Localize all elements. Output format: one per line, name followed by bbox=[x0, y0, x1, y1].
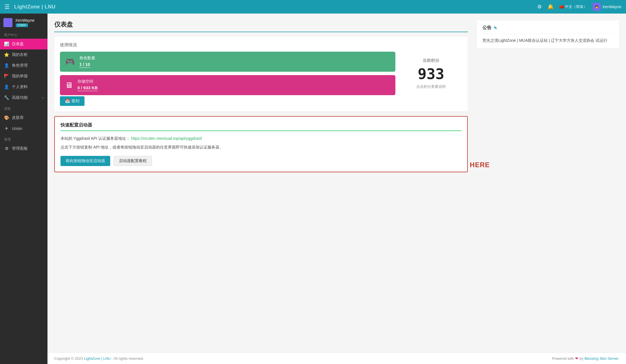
sidebar-item-skins[interactable]: 🎨 皮肤库 bbox=[0, 112, 47, 123]
footer-copyright: Copyright © 2023 bbox=[54, 356, 83, 361]
launcher-desc1: 本站的 Yggdrasil API 认证服务器地址： https://mcski… bbox=[60, 135, 462, 142]
footer-brand-link[interactable]: LightZone | LNU bbox=[84, 356, 111, 361]
skins-icon: 🎨 bbox=[4, 115, 9, 120]
lang-label: 中文（简体） bbox=[565, 4, 587, 9]
announcement-panel: 公告 ✎ 荒光之境LightZone | MUA联合认证站 | 辽宁大学方块人交… bbox=[477, 20, 619, 49]
character-card: 🎮 角色数量 1 / 10 bbox=[60, 52, 395, 72]
staff-badge: STAFF bbox=[16, 23, 28, 27]
sidebar-label-reports: 我的举报 bbox=[12, 74, 28, 79]
user-menu[interactable]: 🧑 XenWayne bbox=[593, 3, 621, 11]
union-icon: ✈ bbox=[4, 126, 9, 131]
checkin-button[interactable]: 📅 签到 bbox=[60, 96, 85, 106]
footer-left: Copyright © 2023 LightZone | LNU . All r… bbox=[54, 356, 144, 361]
admin-icon: ⚙ bbox=[4, 146, 9, 151]
topnav-username: XenWayne bbox=[602, 5, 621, 9]
right-panel: 公告 ✎ 荒光之境LightZone | MUA联合认证站 | 辽宁大学方块人交… bbox=[472, 20, 619, 346]
sidebar-label-roles: 角色管理 bbox=[12, 63, 28, 68]
section-admin-label: 管理 bbox=[0, 134, 47, 143]
lang-selector[interactable]: 🇨🇳 中文（简体） bbox=[559, 4, 587, 9]
footer-framework-link[interactable]: Blessing Skin Server. bbox=[584, 356, 619, 361]
sidebar-label-profile: 个人资料 bbox=[12, 84, 28, 90]
sidebar-label-skins: 皮肤库 bbox=[12, 115, 24, 120]
sidebar-item-dashboard[interactable]: 📊 仪表盘 bbox=[0, 39, 47, 49]
sidebar-username: XenWayne bbox=[15, 18, 34, 23]
checkin-label: 签到 bbox=[72, 99, 79, 104]
brand-logo: LightZone | LNU bbox=[14, 4, 56, 10]
sidebar-avatar bbox=[3, 18, 12, 27]
api-url[interactable]: https://mcskin.mevisual.top/api/yggdrasi… bbox=[131, 136, 202, 141]
notification-icon[interactable]: 🔔 bbox=[547, 4, 554, 10]
heart-icon: ❤ bbox=[575, 356, 578, 361]
sidebar-user: XenWayne STAFF bbox=[0, 14, 47, 29]
storage-label: 存储空间 bbox=[77, 79, 98, 84]
usage-left: 🎮 角色数量 1 / 10 🖥 存储空间 0 / 933 bbox=[60, 52, 395, 95]
launcher-title: 快速配置启动器 bbox=[60, 122, 462, 131]
launcher-section: 快速配置启动器 本站的 Yggdrasil API 认证服务器地址： https… bbox=[54, 116, 468, 172]
profile-icon: 👤 bbox=[4, 84, 9, 90]
page-title: 仪表盘 bbox=[54, 20, 468, 32]
footer-powered: Powered with bbox=[552, 356, 574, 361]
chevron-icon: ‹ bbox=[42, 96, 44, 100]
tutorial-button[interactable]: 启动器配置教程 bbox=[114, 156, 152, 166]
usage-label: 使用情况 bbox=[60, 42, 462, 48]
hamburger-icon[interactable]: ☰ bbox=[5, 3, 10, 10]
score-link[interactable]: 点击积分查看说明 bbox=[416, 84, 446, 89]
edit-icon[interactable]: ✎ bbox=[494, 26, 497, 30]
footer-by: by bbox=[579, 356, 583, 361]
section-browse-label: 浏览 bbox=[0, 103, 47, 112]
wardrobe-icon: ⭐ bbox=[4, 52, 9, 57]
announce-content: 荒光之境LightZone | MUA联合认证站 | 辽宁大学方块人交流协会 试… bbox=[482, 37, 614, 44]
reports-icon: 🚩 bbox=[4, 74, 9, 79]
usage-cards: 🎮 角色数量 1 / 10 🖥 存储空间 0 / 933 bbox=[60, 52, 462, 95]
character-label: 角色数量 bbox=[79, 56, 95, 61]
checkin-icon: 📅 bbox=[65, 99, 70, 103]
score-label: 当前积分 bbox=[423, 58, 439, 63]
usage-section: 使用情况 🎮 角色数量 1 / 10 🖥 bbox=[54, 37, 468, 112]
page-body: 仪表盘 使用情况 🎮 角色数量 1 / 10 bbox=[47, 14, 626, 364]
storage-value: 0 / 933 KB bbox=[77, 85, 98, 91]
storage-icon: 🖥 bbox=[65, 80, 73, 90]
score-panel: 当前积分 933 点击积分查看说明 bbox=[400, 52, 462, 95]
sidebar-item-reports[interactable]: 🚩 我的举报 bbox=[0, 71, 47, 82]
footer-rights: . All rights reserved. bbox=[112, 356, 144, 361]
main-column: 仪表盘 使用情况 🎮 角色数量 1 / 10 bbox=[54, 20, 468, 346]
announce-title: 公告 bbox=[482, 25, 491, 31]
sidebar-item-union[interactable]: ✈ Union bbox=[0, 123, 47, 134]
score-value: 933 bbox=[418, 66, 444, 82]
launcher-desc2: 点击下方按钮复制 API 地址，或者将按钮拖动至启动器的任意界面即可快速添加认证… bbox=[60, 144, 462, 151]
announce-header: 公告 ✎ bbox=[482, 25, 614, 34]
topnav: ☰ LightZone | LNU ⚙ 🔔 🇨🇳 中文（简体） 🧑 XenWay… bbox=[0, 0, 626, 14]
main-wrapper: XenWayne STAFF 用户中心 📊 仪表盘 ⭐ 我的衣柜 👤 角色管理 … bbox=[0, 14, 626, 364]
sidebar-label-dashboard: 仪表盘 bbox=[12, 42, 24, 47]
roles-icon: 👤 bbox=[4, 63, 9, 68]
sidebar-label-wardrobe: 我的衣柜 bbox=[12, 52, 28, 57]
sidebar: XenWayne STAFF 用户中心 📊 仪表盘 ⭐ 我的衣柜 👤 角色管理 … bbox=[0, 14, 47, 364]
sidebar-item-admin[interactable]: ⚙ 管理面板 bbox=[0, 143, 47, 154]
content-area: 仪表盘 使用情况 🎮 角色数量 1 / 10 bbox=[47, 14, 626, 353]
sidebar-item-roles[interactable]: 👤 角色管理 bbox=[0, 60, 47, 71]
sidebar-label-admin: 管理面板 bbox=[12, 146, 28, 151]
here-label: HERE bbox=[470, 161, 490, 169]
sidebar-item-wardrobe[interactable]: ⭐ 我的衣柜 bbox=[0, 49, 47, 60]
footer-right: Powered with ❤ by Blessing Skin Server. bbox=[552, 356, 619, 361]
drag-button[interactable]: 将此按钮拖动至启动器 bbox=[60, 156, 110, 166]
avatar: 🧑 bbox=[593, 3, 601, 11]
lang-flag: 🇨🇳 bbox=[559, 5, 564, 9]
advanced-icon: 🔧 bbox=[4, 95, 9, 100]
dashboard-icon: 📊 bbox=[4, 42, 9, 47]
footer: Copyright © 2023 LightZone | LNU . All r… bbox=[47, 353, 626, 364]
settings-icon[interactable]: ⚙ bbox=[537, 4, 542, 10]
launcher-actions: 将此按钮拖动至启动器 启动器配置教程 bbox=[60, 156, 462, 166]
gamepad-icon: 🎮 bbox=[65, 57, 75, 66]
section-user-label: 用户中心 bbox=[0, 29, 47, 39]
sidebar-item-profile[interactable]: 👤 个人资料 bbox=[0, 82, 47, 92]
sidebar-label-union: Union bbox=[12, 126, 22, 131]
sidebar-item-advanced[interactable]: 🔧 高级功能 ‹ bbox=[0, 92, 47, 103]
storage-card: 🖥 存储空间 0 / 933 KB bbox=[60, 75, 395, 95]
sidebar-label-advanced: 高级功能 bbox=[12, 95, 28, 100]
character-value: 1 / 10 bbox=[79, 62, 90, 68]
